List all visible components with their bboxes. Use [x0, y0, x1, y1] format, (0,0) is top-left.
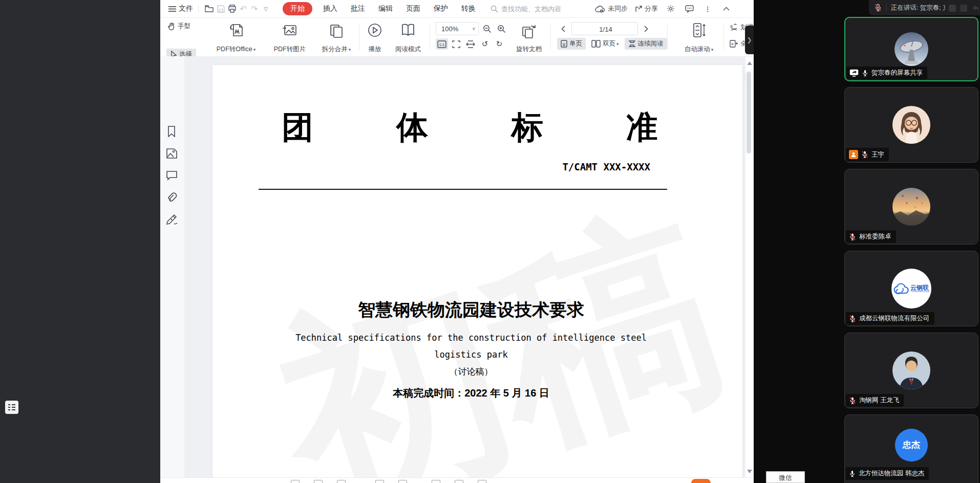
statusbar-icon[interactable]: [314, 480, 323, 483]
settings-gear-icon[interactable]: [665, 3, 676, 14]
rotate-left-icon[interactable]: ↺: [479, 38, 491, 50]
participant-tile[interactable]: 云钢联 YUNGANGLIAN 成都云钢联物流有限公司: [844, 251, 978, 326]
pdf-to-office-button[interactable]: PDF转Office▾: [205, 21, 267, 55]
zoom-level-input[interactable]: [436, 25, 469, 33]
comment-bubble-icon[interactable]: [166, 171, 178, 182]
tab-insert[interactable]: 插入: [323, 4, 337, 13]
layout-icon[interactable]: [948, 4, 956, 12]
speaking-indicator-bar: 正在讲话: 贺宗春; 京东方...: [869, 0, 980, 15]
statusbar-icon[interactable]: [455, 480, 463, 483]
header-char: 团: [282, 106, 313, 149]
zoom-dropdown-icon[interactable]: ∨: [472, 26, 476, 31]
print-icon[interactable]: [226, 3, 238, 14]
collapse-ribbon-icon[interactable]: [720, 3, 732, 14]
vertical-scrollbar[interactable]: [745, 57, 753, 477]
scroll-up-arrow[interactable]: [747, 61, 752, 65]
fit-page-button[interactable]: [450, 38, 462, 50]
outline-panel-toggle[interactable]: [5, 401, 18, 414]
undo-icon[interactable]: ↶: [238, 3, 249, 14]
participant-tile[interactable]: 标准委陈卓: [844, 169, 978, 245]
participant-tile[interactable]: 贺宗春的屏幕共享: [844, 17, 978, 81]
list-icon: [8, 404, 16, 411]
hand-tool-button[interactable]: 手型: [167, 22, 190, 31]
page-indicator-input[interactable]: [572, 23, 640, 36]
statusbar-icon[interactable]: [478, 480, 486, 483]
share-button[interactable]: 分享: [635, 4, 658, 13]
bookmark-icon[interactable]: [166, 126, 178, 137]
open-file-icon[interactable]: [204, 3, 215, 14]
participant-name: 成都云钢联物流有限公司: [859, 314, 930, 323]
statusbar-icon[interactable]: [432, 480, 440, 483]
speaking-text: 正在讲话: 贺宗春; 京东方...: [891, 4, 945, 12]
word-translate-icon: a: [730, 23, 738, 32]
single-page-button[interactable]: 单页: [557, 38, 586, 50]
play-button[interactable]: 播放: [361, 21, 389, 55]
participant-tile[interactable]: 王宇: [844, 87, 978, 163]
mic-on-icon: [862, 69, 868, 77]
more-menu-icon[interactable]: ⋮: [702, 3, 713, 14]
participant-name: 贺宗春的屏幕共享: [871, 69, 923, 77]
zoom-in-button[interactable]: [495, 23, 507, 34]
fit-width-button[interactable]: [464, 38, 477, 50]
statusbar-icon[interactable]: [337, 480, 346, 483]
continuous-read-button[interactable]: 连续阅读: [625, 38, 667, 50]
pdf-to-office-icon: [227, 22, 245, 39]
split-merge-label: 拆分合并▾: [322, 45, 351, 54]
search-box[interactable]: [491, 2, 592, 15]
scroll-down-arrow[interactable]: [747, 470, 752, 473]
attachment-paperclip-icon[interactable]: [166, 192, 178, 204]
book-icon: [399, 22, 417, 38]
tab-convert[interactable]: 转换: [461, 4, 476, 13]
rotate-right-icon[interactable]: ↻: [493, 38, 505, 50]
sync-status[interactable]: 未同步: [595, 4, 628, 13]
statusbar-icon[interactable]: [398, 480, 407, 483]
pdf-to-image-label: PDF转图片: [274, 45, 306, 54]
document-viewport[interactable]: 初稿 团 体 标 准 T/CAMT XXX-XXXX 智慧钢铁物流园建设技术要求…: [184, 56, 745, 477]
signature-pen-icon[interactable]: [166, 214, 178, 225]
pop-back-arrow-icon[interactable]: [971, 4, 980, 12]
separator: [550, 24, 551, 50]
separator: [359, 24, 359, 50]
screen-share-icon: [849, 69, 859, 77]
rotate-doc-button[interactable]: 旋转文档: [506, 21, 551, 55]
redo-icon[interactable]: ↷: [249, 3, 260, 14]
wechat-tooltip: 微信: [766, 471, 805, 483]
zoom-out-button[interactable]: [481, 23, 493, 34]
next-page-button[interactable]: [640, 23, 652, 34]
tab-page[interactable]: 页面: [406, 4, 420, 13]
select-tool-button[interactable]: 选择: [166, 49, 196, 57]
participant-tile[interactable]: 淘钢网 王龙飞: [844, 333, 978, 408]
search-input[interactable]: [500, 2, 592, 15]
panel-collapse-handle[interactable]: ❯: [745, 26, 754, 54]
statusbar-icon[interactable]: [375, 480, 384, 483]
zoom-level-box[interactable]: ∨: [436, 22, 479, 35]
layout-icon[interactable]: [960, 4, 968, 12]
auto-scroll-button[interactable]: 自动滚动▾: [673, 21, 725, 55]
double-page-button[interactable]: 双页▾: [588, 38, 623, 50]
prev-page-button[interactable]: [557, 23, 569, 34]
actual-size-button[interactable]: 1:1: [436, 38, 448, 50]
image-annotation-icon[interactable]: [166, 148, 178, 160]
participant-label: 标准委陈卓: [846, 230, 896, 243]
pdf-to-image-button[interactable]: PDF转图片: [264, 21, 315, 55]
tab-protect[interactable]: 保护: [434, 4, 448, 13]
feedback-comment-icon[interactable]: [684, 3, 695, 14]
scrollbar-thumb[interactable]: [747, 72, 751, 153]
participant-name: 标准委陈卓: [859, 232, 891, 241]
logo-subtext: YUNGANGLIAN: [910, 291, 929, 293]
read-mode-button[interactable]: 阅读模式: [386, 21, 431, 55]
tab-home[interactable]: 开始: [283, 2, 312, 15]
file-menu[interactable]: 文件: [168, 4, 193, 13]
read-mode-label: 阅读模式: [395, 45, 421, 54]
page-indicator-box[interactable]: [571, 22, 638, 35]
tab-edit[interactable]: 编辑: [378, 4, 393, 13]
save-icon[interactable]: [215, 3, 226, 14]
mic-muted-icon: [861, 150, 868, 159]
tab-comment[interactable]: 批注: [351, 4, 365, 13]
svg-text:a: a: [731, 41, 734, 46]
participant-tile[interactable]: 忠杰 北方恒达物流园 韩忠杰: [844, 414, 978, 483]
toolbar-options-chevron-icon[interactable]: ▽: [260, 3, 271, 14]
full-translate-icon: a: [730, 39, 738, 48]
statusbar-icon[interactable]: [291, 480, 300, 483]
split-merge-button[interactable]: 拆分合并▾: [313, 21, 360, 55]
